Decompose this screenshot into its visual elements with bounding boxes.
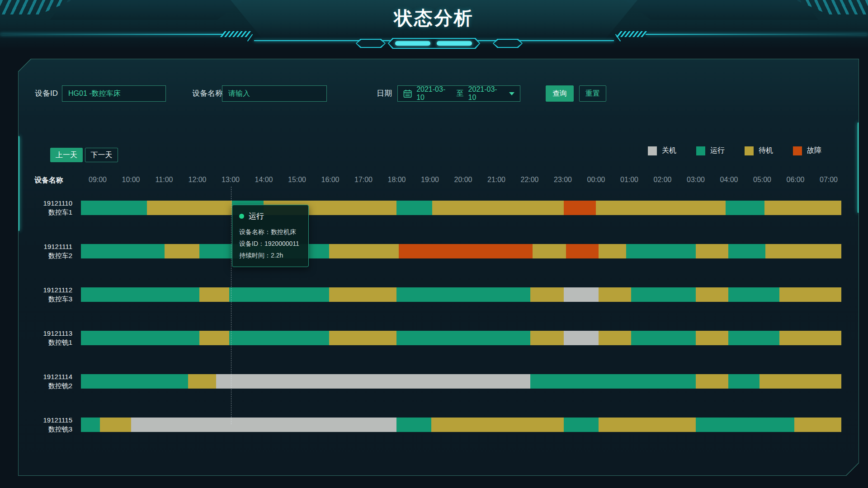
status-segment-fault[interactable] [399,244,533,258]
tooltip-row: 设备ID：1920000011 [239,238,302,249]
status-segment-run[interactable] [396,287,530,302]
header-line-left [0,34,222,35]
capsule-bar [437,41,472,46]
status-segment-run[interactable] [81,331,199,345]
status-segment-off[interactable] [564,287,599,302]
status-segment-run[interactable] [81,244,165,258]
status-segment-run[interactable] [81,374,188,389]
status-segment-standby[interactable] [147,201,232,215]
status-segment-off[interactable] [131,418,396,432]
status-segment-standby[interactable] [530,331,564,345]
status-segment-run[interactable] [696,418,794,432]
page-title: 状态分析 [0,6,868,31]
status-segment-standby[interactable] [329,244,399,258]
main-panel: 设备ID 设备名称 日期 2021-03-10 至 2021-03-10 查询 … [18,59,859,476]
status-segment-run[interactable] [564,418,599,432]
status-segment-standby[interactable] [533,244,566,258]
time-tick: 17:00 [354,176,373,184]
time-tick: 15:00 [288,176,306,184]
hex-capsule-right [493,39,523,48]
status-segment-standby[interactable] [188,374,216,389]
time-tick: 21:00 [487,176,505,184]
slash-marks-left [222,31,249,37]
status-segment-off[interactable] [564,331,599,345]
status-segment-standby[interactable] [779,287,841,302]
status-segment-run[interactable] [81,287,199,302]
device-id: 19121114 [19,372,72,381]
status-bar[interactable] [81,331,841,345]
status-segment-standby[interactable] [764,201,841,215]
status-segment-standby[interactable] [599,331,631,345]
tooltip: 运行 设备名称：数控机床设备ID：1920000011持续时间：2.2h [232,205,309,267]
status-segment-run[interactable] [728,244,765,258]
device-id: 19121111 [19,242,72,251]
status-segment-run[interactable] [81,418,100,432]
status-bar[interactable] [81,201,841,215]
status-segment-run[interactable] [626,244,696,258]
status-segment-standby[interactable] [100,418,131,432]
status-segment-fault[interactable] [566,244,599,258]
status-segment-run[interactable] [229,287,329,302]
time-tick: 11:00 [156,176,173,184]
time-tick: 03:00 [687,176,705,184]
status-segment-standby[interactable] [696,287,728,302]
status-segment-standby[interactable] [596,201,726,215]
device-label: 19121112数控车3 [19,286,72,304]
cursor-dashed-line [231,187,231,424]
status-segment-standby[interactable] [599,244,626,258]
status-segment-run[interactable] [728,374,760,389]
status-segment-run[interactable] [728,331,779,345]
status-segment-standby[interactable] [696,374,728,389]
device-name: 数控铣1 [19,338,72,347]
status-segment-standby[interactable] [199,287,229,302]
status-segment-standby[interactable] [696,331,728,345]
status-segment-standby[interactable] [599,287,631,302]
device-name: 数控铣3 [19,425,72,434]
status-segment-standby[interactable] [760,374,841,389]
status-bar[interactable] [81,244,841,258]
status-segment-run[interactable] [728,287,779,302]
status-segment-standby[interactable] [765,244,841,258]
status-segment-standby[interactable] [165,244,199,258]
status-segment-off[interactable] [216,374,530,389]
capsule-bar [395,41,430,46]
tooltip-status: 运行 [249,211,264,221]
status-segment-standby[interactable] [431,418,564,432]
status-bar[interactable] [81,374,841,389]
status-segment-standby[interactable] [329,287,396,302]
tooltip-row: 设备名称：数控机床 [239,226,302,238]
status-segment-run[interactable] [631,287,696,302]
status-segment-run[interactable] [396,331,530,345]
time-tick: 06:00 [786,176,804,184]
time-tick: 02:00 [653,176,671,184]
time-tick: 22:00 [520,176,538,184]
status-segment-run[interactable] [726,201,764,215]
device-id: 19121110 [19,199,72,208]
status-segment-run[interactable] [396,201,432,215]
device-id: 19121112 [19,286,72,295]
device-label: 19121113数控铣1 [19,329,72,347]
status-segment-run[interactable] [81,201,147,215]
status-segment-standby[interactable] [432,201,564,215]
status-segment-run[interactable] [631,331,696,345]
status-segment-run[interactable] [530,374,696,389]
status-segment-run[interactable] [229,331,329,345]
status-segment-standby[interactable] [794,418,841,432]
status-segment-run[interactable] [396,418,431,432]
status-bar[interactable] [81,287,841,302]
device-label: 19121115数控铣3 [19,416,72,434]
status-segment-standby[interactable] [696,244,728,258]
time-tick: 23:00 [554,176,572,184]
status-segment-standby[interactable] [329,331,396,345]
time-tick: 20:00 [454,176,472,184]
status-segment-fault[interactable] [564,201,596,215]
status-bar[interactable] [81,418,841,432]
status-segment-standby[interactable] [599,418,696,432]
tooltip-title: 运行 [239,211,302,221]
status-chart: 设备名称 09:0010:0011:0012:0013:0014:0015:00… [19,59,859,475]
status-segment-standby[interactable] [199,331,229,345]
device-label: 19121111数控车2 [19,242,72,260]
status-segment-standby[interactable] [530,287,564,302]
time-tick: 16:00 [321,176,339,184]
status-segment-standby[interactable] [779,331,841,345]
